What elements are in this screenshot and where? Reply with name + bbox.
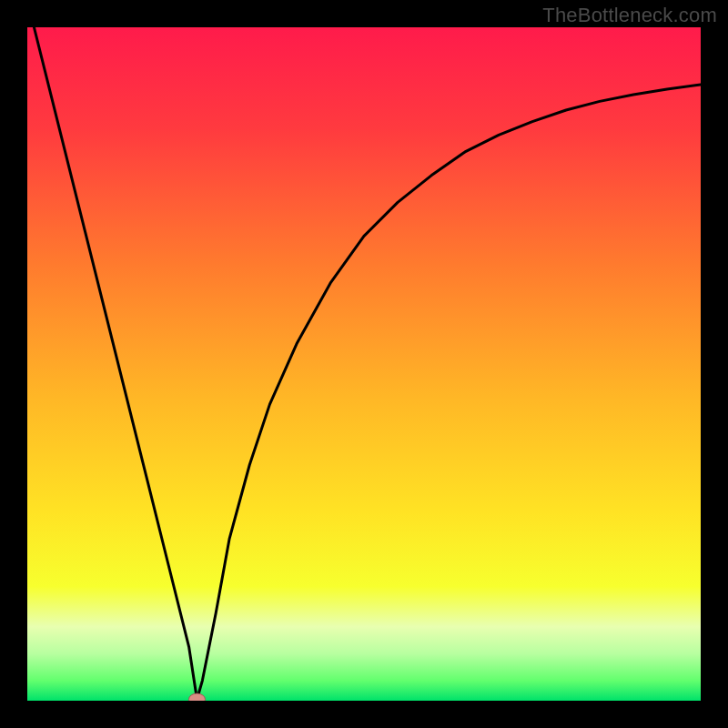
chart-frame: TheBottleneck.com — [0, 0, 728, 728]
gradient-background — [27, 27, 701, 701]
plot-area — [27, 27, 701, 701]
watermark-text: TheBottleneck.com — [542, 4, 717, 27]
bottleneck-curve-chart — [27, 27, 701, 701]
